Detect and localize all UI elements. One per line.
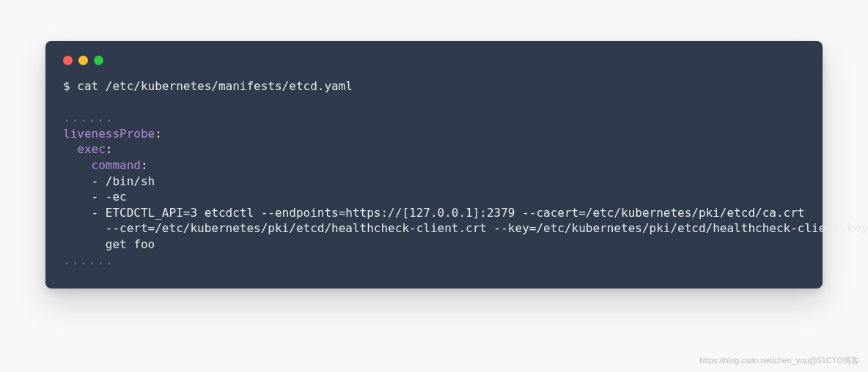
cmd-ec: -ec bbox=[106, 190, 127, 204]
close-icon[interactable] bbox=[63, 56, 73, 65]
colon: : bbox=[106, 142, 113, 156]
dash: - bbox=[92, 206, 106, 220]
terminal-content: $ cat /etc/kubernetes/manifests/etcd.yam… bbox=[63, 78, 805, 268]
dash: - bbox=[92, 190, 106, 204]
watermark: https://blog.csdn.net/chen_you@51CTO博客 bbox=[699, 355, 859, 366]
dash: - bbox=[92, 174, 106, 188]
terminal-window: $ cat /etc/kubernetes/manifests/etcd.yam… bbox=[45, 41, 823, 289]
prompt: $ bbox=[63, 79, 77, 93]
yaml-key-command: command bbox=[92, 158, 141, 172]
colon: : bbox=[141, 158, 148, 172]
cmd-get: get foo bbox=[63, 237, 155, 251]
cmd-cert: --cert=/etc/kubernetes/pki/etcd/healthch… bbox=[63, 221, 868, 235]
yaml-key-exec: exec bbox=[77, 142, 106, 156]
ellipsis-bottom: ...... bbox=[63, 253, 114, 267]
ellipsis-top: ...... bbox=[63, 111, 114, 124]
colon: : bbox=[155, 127, 162, 141]
cmd-etcd: ETCDCTL_API=3 etcdctl --endpoints=https:… bbox=[106, 206, 805, 220]
window-controls bbox=[63, 56, 805, 65]
command: cat /etc/kubernetes/manifests/etcd.yaml bbox=[77, 79, 353, 93]
minimize-icon[interactable] bbox=[78, 56, 88, 65]
yaml-key-livenessprobe: livenessProbe bbox=[63, 127, 155, 141]
zoom-icon[interactable] bbox=[94, 56, 103, 65]
cmd-sh: /bin/sh bbox=[106, 174, 155, 188]
